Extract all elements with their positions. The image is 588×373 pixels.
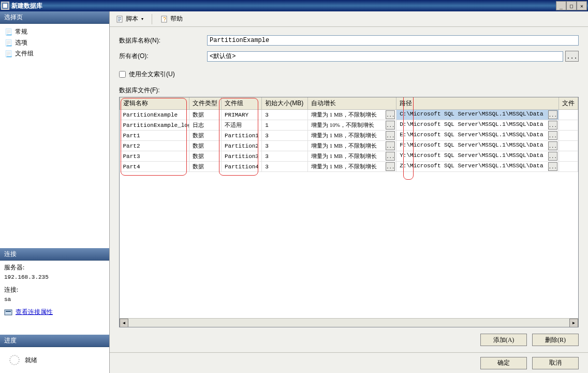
table-row[interactable]: Part2数据Partition23增量为 1 MB，不限制增长...F:\Mi… [120, 141, 578, 151]
cell-filename[interactable] [558, 162, 578, 172]
cell-name[interactable]: Part2 [120, 141, 189, 151]
cell-name[interactable]: PartitionExample_log [120, 120, 189, 131]
cell-browse-button[interactable]: ... [548, 110, 557, 119]
scroll-left-arrow[interactable]: ◄ [120, 319, 128, 327]
owner-browse-button[interactable]: ... [565, 51, 579, 62]
fulltext-checkbox[interactable] [119, 71, 126, 78]
horizontal-scrollbar[interactable]: ◄ ► [120, 318, 578, 327]
cell-filename[interactable] [558, 110, 578, 120]
cell-size[interactable]: 3 [262, 151, 308, 162]
cell-type[interactable]: 数据 [189, 162, 222, 172]
cell-group[interactable]: PRIMARY [221, 110, 261, 120]
cell-type[interactable]: 日志 [189, 120, 222, 131]
files-grid: 逻辑名称 文件类型 文件组 初始大小(MB) 自动增长 路径 文件 Partit… [119, 97, 579, 327]
owner-input[interactable] [207, 51, 563, 62]
table-row[interactable]: PartitionExample数据PRIMARY3增量为 1 MB，不限制增长… [120, 110, 578, 120]
properties-icon [4, 308, 12, 317]
table-row[interactable]: Part4数据Partition43增量为 1 MB，不限制增长...Z:\Mi… [120, 162, 578, 172]
cell-type[interactable]: 数据 [189, 141, 222, 151]
cell-name[interactable]: PartitionExample [120, 110, 189, 120]
cell-browse-button[interactable]: ... [548, 141, 557, 150]
cell-group[interactable]: Partition4 [221, 162, 261, 172]
cell-browse-button[interactable]: ... [386, 152, 395, 161]
cell-type[interactable]: 数据 [189, 110, 222, 120]
cell-name[interactable]: Part4 [120, 162, 189, 172]
table-row[interactable]: Part1数据Partition13增量为 1 MB，不限制增长...E:\Mi… [120, 131, 578, 141]
script-icon [116, 15, 124, 23]
scroll-track[interactable] [128, 319, 569, 327]
cell-filename[interactable] [558, 131, 578, 141]
cell-growth[interactable]: 增量为 1 MB，不限制增长... [308, 141, 396, 151]
nav-item-filegroups[interactable]: 📃 文件组 [4, 48, 105, 59]
server-label: 服务器: [4, 263, 105, 272]
cell-browse-button[interactable]: ... [386, 121, 395, 130]
cell-group[interactable]: Partition1 [221, 131, 261, 141]
cell-browse-button[interactable]: ... [386, 141, 395, 150]
left-panel: 选择页 📃 常规 📃 选项 📃 文件组 连接 服务器: 192.168.3.23… [0, 11, 110, 373]
cell-browse-button[interactable]: ... [386, 131, 395, 140]
cell-type[interactable]: 数据 [189, 151, 222, 162]
nav-item-options[interactable]: 📃 选项 [4, 37, 105, 48]
cell-path[interactable]: E:\Microsoft SQL Server\MSSQL.1\MSSQL\Da… [396, 131, 559, 141]
cell-size[interactable]: 3 [262, 162, 308, 172]
col-initial-size[interactable]: 初始大小(MB) [262, 97, 308, 110]
cell-path[interactable]: F:\Microsoft SQL Server\MSSQL.1\MSSQL\Da… [396, 141, 559, 151]
cell-size[interactable]: 3 [262, 110, 308, 120]
svg-rect-1 [3, 4, 7, 8]
cell-browse-button[interactable]: ... [548, 131, 557, 140]
remove-button[interactable]: 删除(R) [532, 334, 579, 346]
cell-type[interactable]: 数据 [189, 131, 222, 141]
table-row[interactable]: PartitionExample_log日志不适用1增量为 10%，不限制增长.… [120, 120, 578, 131]
cell-growth[interactable]: 增量为 1 MB，不限制增长... [308, 151, 396, 162]
cell-group[interactable]: 不适用 [221, 120, 261, 131]
cell-growth[interactable]: 增量为 1 MB，不限制增长... [308, 162, 396, 172]
cell-size[interactable]: 1 [262, 120, 308, 131]
col-filegroup[interactable]: 文件组 [221, 97, 261, 110]
cancel-button[interactable]: 取消 [532, 357, 579, 369]
help-button[interactable]: ? 帮助 [158, 13, 185, 24]
cell-browse-button[interactable]: ... [386, 162, 395, 171]
view-connection-properties-link[interactable]: 查看连接属性 [16, 308, 53, 317]
script-button[interactable]: 脚本 ▾ [114, 13, 145, 24]
cell-growth[interactable]: 增量为 1 MB，不限制增长... [308, 110, 396, 120]
col-file-type[interactable]: 文件类型 [189, 97, 222, 110]
add-button[interactable]: 添加(A) [480, 334, 527, 346]
cell-name[interactable]: Part3 [120, 151, 189, 162]
files-grid-label: 数据库文件(F): [119, 86, 579, 95]
col-filename[interactable]: 文件 [558, 97, 578, 110]
cell-filename[interactable] [558, 141, 578, 151]
cell-browse-button[interactable]: ... [548, 152, 557, 161]
cell-group[interactable]: Partition3 [221, 151, 261, 162]
conn-label: 连接: [4, 285, 105, 294]
dropdown-arrow-icon: ▾ [141, 17, 143, 21]
col-autogrowth[interactable]: 自动增长 [308, 97, 396, 110]
cell-filename[interactable] [558, 120, 578, 131]
cell-name[interactable]: Part1 [120, 131, 189, 141]
cell-path[interactable]: D:\Microsoft SQL Server\MSSQL.1\MSSQL\Da… [396, 120, 559, 131]
progress-spinner-icon [9, 355, 20, 365]
nav-item-general[interactable]: 📃 常规 [4, 26, 105, 37]
cell-size[interactable]: 3 [262, 141, 308, 151]
ok-button[interactable]: 确定 [480, 357, 527, 369]
maximize-button[interactable]: □ [566, 1, 577, 10]
cell-growth[interactable]: 增量为 10%，不限制增长... [308, 120, 396, 131]
cell-group[interactable]: Partition2 [221, 141, 261, 151]
close-button[interactable]: ✕ [577, 1, 587, 10]
dialog-footer: 确定 取消 [110, 352, 588, 373]
cell-browse-button[interactable]: ... [548, 162, 557, 171]
cell-path[interactable]: C:\Microsoft SQL Server\MSSQL.1\MSSQL\Da… [396, 110, 559, 120]
cell-filename[interactable] [558, 151, 578, 162]
cell-size[interactable]: 3 [262, 131, 308, 141]
cell-growth[interactable]: 增量为 1 MB，不限制增长... [308, 131, 396, 141]
cell-browse-button[interactable]: ... [386, 110, 395, 119]
scroll-right-arrow[interactable]: ► [569, 319, 578, 327]
cell-path[interactable]: Y:\Microsoft SQL Server\MSSQL.1\MSSQL\Da… [396, 151, 559, 162]
db-name-input[interactable] [207, 35, 579, 46]
minimize-button[interactable]: _ [556, 1, 566, 10]
cell-path[interactable]: Z:\Microsoft SQL Server\MSSQL.1\MSSQL\Da… [396, 162, 559, 172]
page-icon: 📃 [4, 28, 12, 36]
col-path[interactable]: 路径 [396, 97, 559, 110]
cell-browse-button[interactable]: ... [548, 121, 557, 130]
col-logical-name[interactable]: 逻辑名称 [120, 97, 189, 110]
table-row[interactable]: Part3数据Partition33增量为 1 MB，不限制增长...Y:\Mi… [120, 151, 578, 162]
